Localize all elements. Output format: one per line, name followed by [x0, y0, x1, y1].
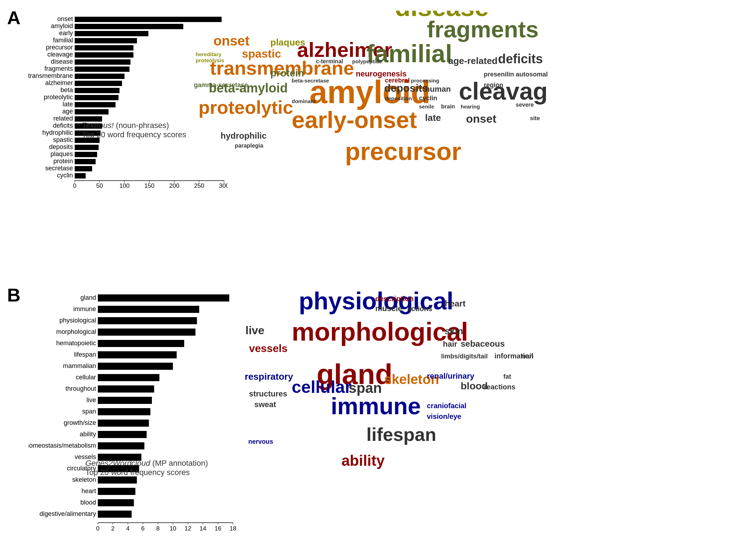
svg-text:fragments: fragments [427, 16, 539, 42]
svg-rect-105 [98, 294, 229, 302]
svg-text:vessels: vessels [249, 342, 287, 354]
svg-text:familial: familial [53, 37, 73, 44]
svg-rect-19 [75, 81, 122, 86]
svg-text:hearing: hearing [461, 103, 480, 110]
svg-text:secretase: secretase [45, 165, 73, 172]
svg-rect-115 [98, 351, 177, 358]
svg-text:c-terminal: c-terminal [316, 58, 343, 64]
svg-text:2: 2 [111, 525, 114, 532]
svg-rect-41 [75, 159, 96, 164]
svg-text:protein: protein [53, 158, 73, 165]
svg-text:skin: skin [445, 326, 463, 336]
wordcloud-b-svg: physiologicalmorphologicalglandimmunelif… [228, 292, 534, 540]
svg-text:site: site [530, 115, 540, 121]
svg-text:beta-secretase: beta-secretase [292, 78, 329, 84]
svg-text:disease: disease [51, 58, 73, 65]
svg-text:heart: heart [81, 487, 96, 495]
svg-text:precursor: precursor [345, 138, 461, 165]
svg-rect-141 [98, 499, 134, 506]
svg-text:cyclin: cyclin [419, 95, 437, 102]
svg-text:plaques: plaques [270, 37, 305, 48]
svg-text:heart: heart [445, 299, 466, 308]
svg-text:late: late [63, 101, 73, 108]
panel-a-label: A [7, 7, 21, 28]
svg-rect-17 [75, 74, 124, 79]
svg-text:span: span [349, 380, 382, 396]
svg-text:16: 16 [214, 525, 221, 532]
svg-text:cellular: cellular [76, 374, 96, 381]
svg-text:proteolytic: proteolytic [198, 97, 293, 118]
svg-text:human: human [425, 85, 451, 94]
svg-rect-123 [98, 397, 152, 404]
svg-text:fragments: fragments [44, 65, 73, 72]
svg-text:4: 4 [126, 525, 129, 532]
svg-text:renal/urinary: renal/urinary [427, 372, 475, 380]
svg-text:ability: ability [80, 431, 96, 438]
svg-text:respiratory: respiratory [245, 371, 293, 382]
svg-text:limbs/digits/tail: limbs/digits/tail [441, 353, 488, 360]
svg-text:growth/size: growth/size [64, 419, 96, 426]
svg-text:mammalian: mammalian [63, 362, 96, 369]
chart-b: glandimmunephysiologicalmorphologicalhem… [28, 292, 228, 540]
svg-text:deposits: deposits [49, 143, 73, 150]
bar-chart-b-svg: glandimmunephysiologicalmorphologicalhem… [28, 292, 237, 537]
wordcloud-a-svg: diseasefragmentsalzheimeronsetspastictra… [189, 11, 548, 178]
svg-text:cerebral: cerebral [385, 77, 410, 84]
svg-text:precursor: precursor [46, 44, 73, 51]
svg-rect-113 [98, 340, 184, 347]
svg-text:6: 6 [141, 525, 144, 532]
svg-text:senile: senile [419, 103, 434, 110]
svg-rect-7 [75, 38, 137, 43]
svg-text:deficits: deficits [53, 122, 73, 129]
svg-text:live: live [86, 396, 96, 404]
svg-text:plaques: plaques [51, 150, 73, 158]
svg-rect-3 [75, 24, 183, 29]
svg-text:onset: onset [57, 15, 73, 22]
svg-text:early: early [59, 30, 73, 37]
svg-text:morphological: morphological [292, 318, 468, 346]
svg-text:sebaceous: sebaceous [461, 339, 505, 348]
svg-text:alzheimer: alzheimer [45, 79, 73, 86]
svg-rect-5 [75, 31, 148, 36]
svg-text:paraplegia: paraplegia [235, 143, 263, 149]
svg-text:early-onset: early-onset [292, 107, 417, 133]
svg-text:0: 0 [73, 182, 76, 189]
svg-text:proteolysis: proteolysis [196, 57, 224, 63]
wordcloud-b: physiologicalmorphologicalglandimmunelif… [228, 292, 534, 540]
svg-text:description: description [375, 295, 414, 303]
svg-text:beta: beta [60, 86, 73, 94]
svg-text:cyclin: cyclin [57, 172, 73, 179]
panel-b: B [7, 284, 21, 306]
svg-text:fat: fat [503, 373, 511, 380]
svg-text:12: 12 [185, 525, 191, 532]
svg-text:gamma-secretase: gamma-secretase [194, 81, 248, 89]
svg-text:sweat: sweat [254, 400, 276, 409]
wordcloud-a: diseasefragmentsalzheimeronsetspastictra… [189, 11, 551, 181]
svg-rect-11 [75, 52, 133, 58]
svg-rect-39 [75, 152, 97, 157]
svg-text:onset: onset [466, 112, 497, 125]
svg-text:brain: brain [441, 103, 455, 110]
svg-rect-45 [75, 173, 86, 178]
svg-rect-127 [98, 420, 149, 427]
svg-text:gland: gland [80, 294, 96, 301]
svg-text:structures: structures [249, 389, 287, 398]
svg-rect-111 [98, 329, 195, 336]
svg-text:muscle: muscle [375, 304, 402, 313]
svg-text:homeostasis/metabolism: homeostasis/metabolism [28, 442, 96, 449]
svg-text:related: related [53, 115, 73, 122]
svg-rect-129 [98, 431, 147, 438]
svg-text:spastic: spastic [53, 136, 73, 143]
svg-text:dominant: dominant [292, 98, 316, 104]
svg-text:deficits: deficits [498, 52, 543, 66]
svg-text:vision/eye: vision/eye [427, 412, 461, 420]
svg-text:8: 8 [156, 525, 159, 532]
svg-text:ability: ability [341, 452, 385, 469]
svg-text:cleavage: cleavage [47, 51, 73, 58]
svg-text:morphological: morphological [56, 328, 96, 335]
svg-text:50: 50 [96, 182, 103, 189]
svg-rect-15 [75, 66, 129, 72]
svg-text:age: age [62, 108, 73, 115]
svg-rect-107 [98, 306, 199, 313]
svg-text:skeleton: skeleton [72, 476, 96, 483]
